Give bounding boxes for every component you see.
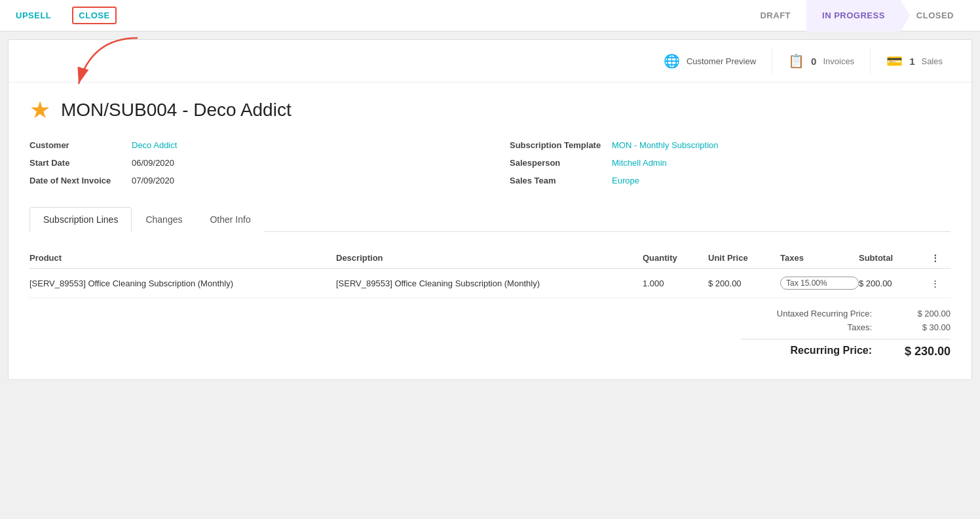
start-date-label: Start Date — [29, 158, 121, 168]
row-subtotal: $ 200.00 — [859, 279, 931, 288]
col-quantity: Quantity — [643, 253, 708, 263]
info-bar: 🌐 Customer Preview 📋 0 Invoices 💳 1 Sale… — [9, 40, 971, 83]
title-row: ★ MON/SUB004 - Deco Addict — [29, 98, 951, 122]
untaxed-value: $ 200.00 — [898, 309, 951, 318]
tab-subscription-lines[interactable]: Subscription Lines — [29, 207, 132, 232]
close-button[interactable]: CLOSE — [72, 7, 116, 24]
status-closed[interactable]: CLOSED — [901, 0, 970, 31]
sales-count: 1 — [909, 56, 914, 67]
row-description: [SERV_89553] Office Cleaning Subscriptio… — [336, 279, 643, 288]
next-invoice-value: 07/09/2020 — [132, 176, 174, 185]
customer-label: Customer — [29, 140, 121, 150]
page-title: MON/SUB004 - Deco Addict — [61, 100, 292, 121]
row-product: [SERV_89553] Office Cleaning Subscriptio… — [29, 279, 336, 288]
taxes-total-value: $ 30.00 — [898, 322, 951, 332]
sales-button[interactable]: 💳 1 Sales — [870, 48, 958, 74]
col-actions: ⋮ — [931, 253, 951, 263]
sales-team-value[interactable]: Europe — [612, 176, 639, 185]
subscription-template-label: Subscription Template — [510, 140, 601, 150]
taxes-total-label: Taxes: — [741, 322, 872, 332]
status-pipeline: DRAFT IN PROGRESS CLOSED — [744, 0, 970, 31]
tab-other-info[interactable]: Other Info — [196, 207, 264, 232]
salesperson-value[interactable]: Mitchell Admin — [612, 158, 667, 168]
table-row: [SERV_89553] Office Cleaning Subscriptio… — [29, 269, 951, 298]
invoices-label: Invoices — [823, 56, 854, 66]
untaxed-label: Untaxed Recurring Price: — [741, 309, 872, 318]
star-icon[interactable]: ★ — [29, 98, 50, 122]
subscription-lines-table: Product Description Quantity Unit Price … — [29, 248, 951, 358]
next-invoice-label: Date of Next Invoice — [29, 176, 121, 185]
untaxed-row: Untaxed Recurring Price: $ 200.00 — [741, 309, 951, 318]
customer-field: Customer Deco Addict — [29, 140, 470, 150]
taxes-row: Taxes: $ 30.00 — [741, 322, 951, 332]
salesperson-field: Salesperson Mitchell Admin — [510, 158, 951, 168]
col-description: Description — [336, 253, 643, 263]
tabs-container: Subscription Lines Changes Other Info — [29, 206, 951, 232]
fields-grid: Customer Deco Addict Subscription Templa… — [29, 140, 951, 185]
tab-changes[interactable]: Changes — [132, 207, 196, 232]
upsell-button[interactable]: UPSELL — [10, 8, 56, 23]
customer-preview-button[interactable]: 🌐 Customer Preview — [648, 48, 772, 74]
recurring-label: Recurring Price: — [741, 345, 872, 358]
totals-section: Untaxed Recurring Price: $ 200.00 Taxes:… — [29, 309, 951, 358]
recurring-price-row: Recurring Price: $ 230.00 — [741, 339, 951, 358]
col-product: Product — [29, 253, 336, 263]
sales-team-label: Sales Team — [510, 176, 601, 185]
invoices-count: 0 — [811, 56, 816, 67]
invoice-icon: 📋 — [788, 53, 804, 69]
subscription-template-field: Subscription Template MON - Monthly Subs… — [510, 140, 951, 150]
globe-icon: 🌐 — [664, 53, 680, 69]
start-date-field: Start Date 06/09/2020 — [29, 158, 470, 168]
top-navigation: UPSELL CLOSE DRAFT IN PROGRESS CLOSED — [0, 0, 980, 31]
col-subtotal: Subtotal — [859, 253, 931, 263]
row-menu-icon[interactable]: ⋮ — [931, 279, 951, 288]
sales-label: Sales — [921, 56, 943, 66]
row-quantity: 1.000 — [643, 279, 708, 288]
recurring-value: $ 230.00 — [898, 345, 951, 358]
row-taxes[interactable]: Tax 15.00% — [780, 277, 859, 290]
invoices-button[interactable]: 📋 0 Invoices — [772, 48, 870, 74]
salesperson-label: Salesperson — [510, 158, 601, 168]
sales-icon: 💳 — [886, 53, 903, 69]
table-header: Product Description Quantity Unit Price … — [29, 248, 951, 269]
col-taxes: Taxes — [780, 253, 859, 263]
sales-team-field: Sales Team Europe — [510, 176, 951, 185]
main-content: 🌐 Customer Preview 📋 0 Invoices 💳 1 Sale… — [8, 39, 972, 380]
status-in-progress[interactable]: IN PROGRESS — [806, 0, 901, 31]
next-invoice-field: Date of Next Invoice 07/09/2020 — [29, 176, 470, 185]
content-section: ★ MON/SUB004 - Deco Addict Customer Deco… — [9, 83, 971, 379]
status-draft[interactable]: DRAFT — [744, 0, 806, 31]
start-date-value: 06/09/2020 — [132, 158, 174, 168]
nav-actions: UPSELL CLOSE — [10, 7, 117, 24]
customer-preview-label: Customer Preview — [687, 56, 756, 66]
row-unit-price: $ 200.00 — [708, 279, 780, 288]
col-unit-price: Unit Price — [708, 253, 780, 263]
customer-value[interactable]: Deco Addict — [132, 140, 177, 150]
subscription-template-value[interactable]: MON - Monthly Subscription — [612, 140, 719, 150]
